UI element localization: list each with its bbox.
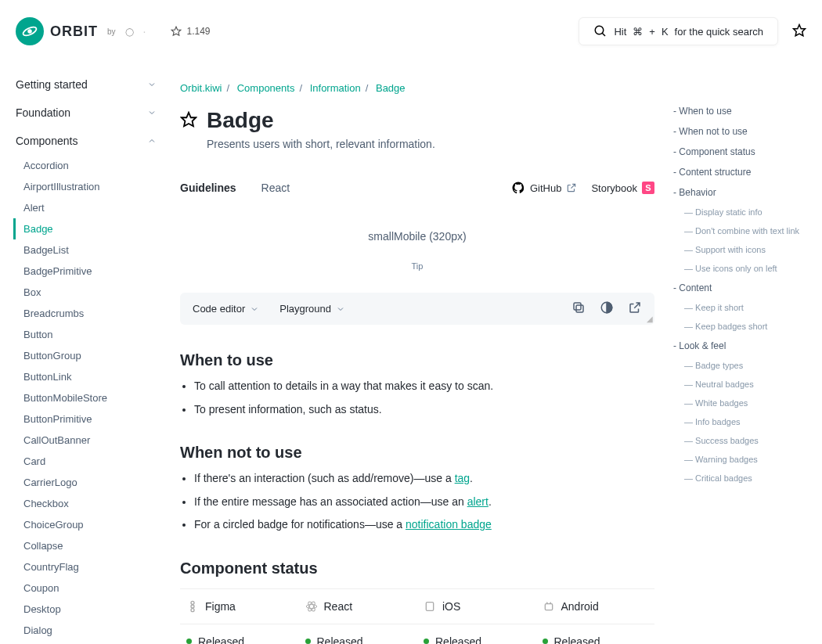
toc-item[interactable]: Info badges	[673, 412, 806, 431]
sidebar-item-calloutbanner[interactable]: CallOutBanner	[23, 430, 164, 451]
notification-badge-link[interactable]: notification badge	[406, 518, 492, 531]
toc-item[interactable]: Neutral badges	[673, 375, 806, 394]
external-link-icon	[628, 300, 642, 315]
copy-button[interactable]	[571, 300, 586, 317]
sidebar-item-label: Components	[16, 135, 78, 147]
tab-guidelines[interactable]: Guidelines	[180, 177, 236, 199]
toc-item[interactable]: When not to use	[673, 121, 806, 142]
svg-marker-2	[172, 27, 182, 35]
sidebar-item-box[interactable]: Box	[23, 282, 164, 303]
title-row: Badge	[180, 108, 654, 133]
when-to-use-heading: When to use	[180, 351, 654, 369]
page-title: Badge	[207, 108, 274, 133]
sidebar-item-breadcrumbs[interactable]: Breadcrumbs	[23, 303, 164, 324]
resize-handle-icon[interactable]: ◢	[647, 315, 653, 323]
code-editor-dropdown[interactable]: Code editor	[193, 303, 259, 315]
toc-item[interactable]: Badge types	[673, 356, 806, 375]
list-item: To call attention to details in a way th…	[194, 379, 654, 394]
when-not-to-use-heading: When not to use	[180, 444, 654, 462]
toc-item[interactable]: Use icons only on left	[673, 259, 806, 278]
sidebar-item-buttonlink[interactable]: ButtonLink	[23, 366, 164, 387]
toc: When to useWhen not to useComponent stat…	[673, 82, 806, 644]
sidebar-item-badgeprimitive[interactable]: BadgePrimitive	[23, 261, 164, 282]
toc-item[interactable]: Support with icons	[673, 240, 806, 259]
toc-item[interactable]: Content structure	[673, 162, 806, 182]
platform-android: Android	[536, 589, 655, 624]
github-stars[interactable]: 1.149	[171, 26, 210, 37]
sidebar-item-buttonmobilestore[interactable]: ButtonMobileStore	[23, 387, 164, 408]
external-github[interactable]: GitHub	[511, 181, 577, 195]
svg-rect-16	[426, 603, 433, 611]
sidebar-item-carrierlogo[interactable]: CarrierLogo	[23, 472, 164, 493]
external-link-icon	[566, 182, 577, 193]
sidebar-item-badge[interactable]: Badge	[13, 218, 164, 239]
toc-item[interactable]: Keep badges short	[673, 317, 806, 336]
sidebar-item-collapse[interactable]: Collapse	[23, 535, 164, 556]
sidebar-item-label: Getting started	[16, 78, 88, 91]
star-icon	[180, 111, 197, 128]
svg-rect-8	[574, 303, 581, 310]
status-badge: Released	[417, 624, 536, 644]
toc-item[interactable]: Don't combine with text link	[673, 221, 806, 240]
toc-item[interactable]: White badges	[673, 394, 806, 412]
sidebar-item-buttonprimitive[interactable]: ButtonPrimitive	[23, 408, 164, 430]
sidebar-item-foundation[interactable]: Foundation	[16, 99, 164, 127]
svg-line-4	[603, 33, 606, 36]
search-input[interactable]: Hit ⌘ + K for the quick search	[579, 17, 778, 45]
list-item: To present information, such as status.	[194, 402, 654, 418]
toc-item[interactable]: Component status	[673, 142, 806, 162]
toc-item[interactable]: Success badges	[673, 431, 806, 450]
sidebar-item-dialog[interactable]: Dialog	[23, 620, 164, 641]
external-storybook[interactable]: Storybook S	[591, 182, 654, 194]
sidebar-item-coupon[interactable]: Coupon	[23, 577, 164, 599]
breadcrumb-item[interactable]: Badge	[376, 82, 406, 94]
sidebar-item-components[interactable]: Components	[16, 127, 164, 155]
preview-box: smallMobile (320px) Tip	[180, 207, 654, 286]
breadcrumb-item[interactable]: Orbit.kiwi	[180, 82, 222, 94]
sidebar-item-countryflag[interactable]: CountryFlag	[23, 556, 164, 577]
svg-rect-17	[545, 604, 552, 610]
toc-item[interactable]: Display static info	[673, 203, 806, 221]
list-item: If the entire message has an associated …	[194, 495, 654, 510]
tab-react[interactable]: React	[261, 177, 290, 199]
playground-dropdown[interactable]: Playground	[279, 303, 345, 315]
toc-item[interactable]: Behavior	[673, 182, 806, 203]
toc-item[interactable]: Warning badges	[673, 450, 806, 469]
toc-item[interactable]: Critical badges	[673, 469, 806, 487]
tag-link[interactable]: tag	[455, 472, 470, 484]
sidebar-item-card[interactable]: Card	[23, 451, 164, 472]
bookmark-button[interactable]	[180, 111, 197, 131]
svg-point-12	[191, 609, 194, 612]
sidebar-item-buttongroup[interactable]: ButtonGroup	[23, 345, 164, 366]
alert-link[interactable]: alert	[467, 495, 489, 508]
open-external-button[interactable]	[628, 300, 642, 317]
svg-point-1	[27, 29, 32, 34]
sidebar-item-desktop[interactable]: Desktop	[23, 599, 164, 620]
sidebar-item-checkbox[interactable]: Checkbox	[23, 493, 164, 514]
list-item: For a circled badge for notifications—us…	[194, 517, 654, 533]
sidebar-item-badgelist[interactable]: BadgeList	[23, 239, 164, 261]
sidebar-item-button[interactable]: Button	[23, 324, 164, 345]
breadcrumb-item[interactable]: Components	[237, 82, 295, 94]
sidebar-item-accordion[interactable]: Accordion	[23, 155, 164, 176]
toc-item[interactable]: Look & feel	[673, 336, 806, 356]
component-status-table: Figma React iOS Android	[180, 588, 654, 644]
toc-item[interactable]: Content	[673, 278, 806, 298]
header: ORBIT by ◯ · 1.149 Hit ⌘ + K for the qui…	[0, 0, 822, 55]
code-toolbar: Code editor Playground ◢	[180, 293, 654, 325]
sidebar-components-list: AccordionAirportIllustrationAlertBadgeBa…	[16, 155, 164, 641]
logo[interactable]: ORBIT by ◯	[16, 17, 134, 45]
sidebar-item-label: Foundation	[16, 106, 70, 119]
toc-item[interactable]: Keep it short	[673, 298, 806, 317]
sidebar-item-getting-started[interactable]: Getting started	[16, 70, 164, 99]
sidebar-item-alert[interactable]: Alert	[23, 197, 164, 218]
chevron-down-icon	[250, 304, 259, 314]
sidebar-item-airportillustration[interactable]: AirportIllustration	[23, 176, 164, 197]
preview-viewport-label: smallMobile (320px)	[180, 230, 654, 243]
bookmark-button[interactable]	[792, 23, 806, 40]
theme-toggle-button[interactable]	[600, 300, 614, 317]
toc-item[interactable]: When to use	[673, 101, 806, 121]
sidebar-item-choicegroup[interactable]: ChoiceGroup	[23, 514, 164, 535]
tabs: Guidelines React GitHub Storybook S	[180, 177, 654, 199]
breadcrumb-item[interactable]: Information	[310, 82, 361, 94]
